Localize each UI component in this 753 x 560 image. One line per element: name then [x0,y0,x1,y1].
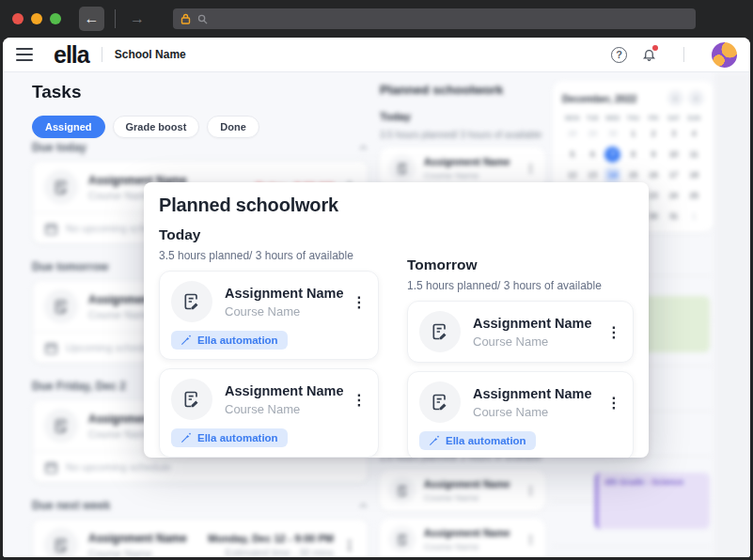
assignment-card[interactable]: Assignment Name Course Name ⋮ Ella autom… [407,371,634,458]
assignment-icon [431,393,449,412]
assignment-card[interactable]: Assignment Name Course Name ⋮ [407,301,634,363]
assignment-card[interactable]: Assignment Name Course Name ⋮ Ella autom… [159,271,379,360]
calendar-day[interactable]: 1 [683,209,704,225]
calendar-day[interactable]: 7 [604,147,620,163]
assignment-icon [397,534,409,546]
calendar-day[interactable]: 17 [664,167,684,183]
more-options-icon[interactable]: ⋮ [343,537,356,552]
collapse-section-button[interactable] [358,501,369,511]
tasks-title: Tasks [32,82,259,102]
minimize-window-button[interactable] [31,13,42,24]
weekday-label: SUN [683,115,704,121]
calendar-icon [44,341,58,355]
calendar-event[interactable]: 4th Grade - Science [595,473,710,529]
modal-column-tomorrow: Tomorrow 1.5 hours planned/ 3 hours of a… [407,246,634,458]
more-options-icon[interactable]: ⋮ [352,391,367,409]
course-name: Course Name [424,492,510,503]
calendar-day[interactable]: 4 [683,126,704,142]
tab-assigned[interactable]: Assigned [32,116,105,138]
assignment-card[interactable]: Assignment Name Course Name Monday, Dec … [32,519,369,557]
app-window: ella School Name ? Due today Assignment … [3,38,750,557]
section-label: Due tomorrow [32,260,108,273]
calendar-day[interactable]: 8 [623,147,644,163]
weekday-label: WED [603,115,623,121]
calendar-day[interactable]: 28 [562,126,583,142]
calendar-day[interactable]: 15 [623,167,644,183]
calendar-day[interactable]: 9 [643,147,664,163]
course-name: Course Name [88,548,187,558]
chevron-up-icon [358,501,369,511]
nav-divider [115,9,116,28]
menu-icon[interactable] [16,48,33,61]
calendar-day[interactable]: 12 [562,167,583,183]
course-name: Course Name [473,334,592,349]
event-title: 4th Grade - Science [604,477,683,487]
assignment-icon [54,299,70,315]
app-header: ella School Name ? [3,38,750,72]
notifications-button[interactable] [642,47,656,62]
assignment-card[interactable]: Assignment Name Course Name ⋮ [380,470,545,511]
section-label: Due today [32,141,86,154]
more-options-icon[interactable]: ⋮ [606,394,621,412]
weekday-label: THU [623,115,644,121]
calendar-day[interactable]: 10 [664,147,684,163]
maximize-window-button[interactable] [50,13,61,24]
planned-schoolwork-modal: Planned schoolwork Today 3.5 hours plann… [144,182,649,458]
address-bar[interactable] [173,8,696,29]
more-options-icon[interactable]: ⋮ [352,293,367,311]
ella-logo: ella [54,43,89,67]
collapse-section-button[interactable] [358,143,369,153]
chevron-up-icon [358,143,369,153]
header-divider [102,47,102,62]
calendar-day[interactable]: 25 [683,188,704,204]
close-window-button[interactable] [12,13,24,24]
calendar-prev-icon[interactable]: ‹ [667,90,683,106]
due-info: Monday, Dec 12 - 9:00 PM Estimated time … [208,533,334,558]
more-options-icon[interactable]: ⋮ [526,534,536,546]
planned-heading: Planned schoolwork [380,83,545,97]
calendar-day[interactable]: 24 [664,188,684,204]
estimated-time: Estimated time - 30 mins [208,547,334,558]
calendar-day[interactable]: 3 [664,126,684,142]
calendar-day[interactable]: 29 [583,126,604,142]
calendar-day[interactable]: 2 [643,126,664,142]
assignment-card[interactable]: Assignment Name Course Name ⋮ Ella autom… [380,519,545,557]
calendar-day[interactable]: 5 [562,147,583,163]
calendar-day[interactable]: 6 [583,147,604,163]
back-button[interactable]: ← [79,7,104,31]
calendar-day[interactable]: 14 [604,167,620,183]
weekday-label: FRI [643,115,664,121]
assignment-icon [182,292,201,311]
assignment-card[interactable]: Assignment Name Course Name ⋮ Ella autom… [159,368,379,458]
calendar-next-icon[interactable]: › [688,90,704,106]
course-name: Course Name [473,405,592,419]
more-options-icon[interactable]: ⋮ [606,323,621,341]
calendar-day[interactable]: 18 [683,167,704,183]
tab-grade-boost[interactable]: Grade boost [113,116,200,138]
calendar-day[interactable]: 31 [664,209,684,225]
task-section: Due next week Assignment Name Course Nam… [32,499,369,557]
modal-title: Planned schoolwork [159,194,634,216]
assignment-icon [54,418,70,434]
calendar-day[interactable]: 1 [623,126,644,142]
weekday-label: SAT [664,115,684,121]
assignment-title: Assignment Name [88,532,187,545]
wand-icon [180,432,192,443]
more-options-icon[interactable]: ⋮ [526,485,536,497]
main-content: Due today Assignment Name Course Name To… [3,72,750,557]
assignment-title: Assignment Name [225,383,344,398]
calendar-day[interactable]: 30 [603,126,623,142]
assignment-icon [397,485,409,497]
calendar-day[interactable]: 13 [583,167,604,183]
column-heading: Today [159,226,379,243]
calendar-day[interactable]: 16 [643,167,664,183]
user-avatar[interactable] [712,42,737,68]
more-options-icon[interactable]: ⋮ [526,163,536,175]
tab-done[interactable]: Done [207,116,259,138]
ella-automation-badge: Ella automation [171,331,288,350]
calendar-day[interactable]: 11 [683,147,704,163]
forward-button[interactable]: → [130,7,145,31]
hour-gridline [553,546,713,547]
help-icon[interactable]: ? [611,47,627,63]
assignment-icon [54,537,70,553]
